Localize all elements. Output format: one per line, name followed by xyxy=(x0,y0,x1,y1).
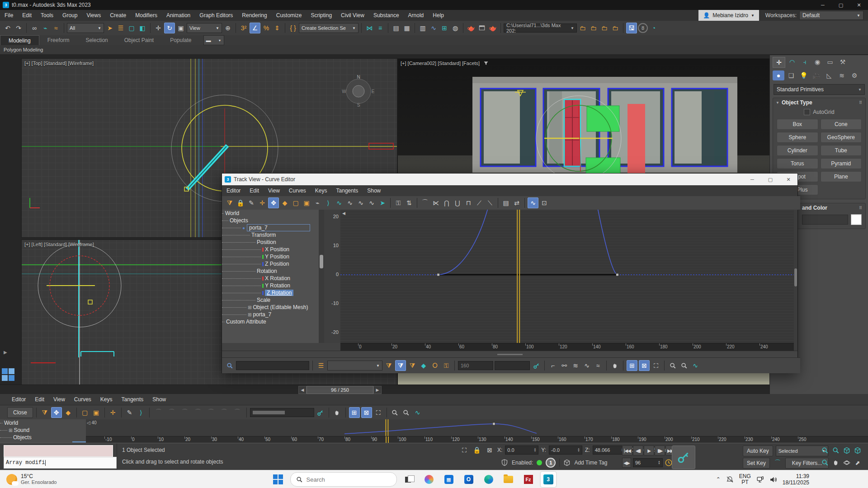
clock-widget[interactable]: 11:39 18/11/2025 xyxy=(783,473,809,486)
autogrid-checkbox[interactable] xyxy=(804,109,810,115)
track-item-porta-7[interactable]: ⊞porta_7 xyxy=(222,311,319,318)
close-icon[interactable]: ✕ xyxy=(779,174,797,184)
zoom-time-icon[interactable] xyxy=(679,361,689,371)
weather-widget[interactable]: 15°C Ger. Ensolarado xyxy=(6,474,57,485)
account-menu[interactable]: 👤 Mebiane Izidro ▼ xyxy=(698,10,759,21)
buffer-curves-icon[interactable]: ▤ xyxy=(501,198,511,208)
menu-scripting[interactable]: Scripting xyxy=(306,10,336,21)
set-keys-button[interactable] xyxy=(672,446,695,469)
simplify-curve-icon[interactable]: ⟩ xyxy=(136,408,146,418)
add-keys-icon[interactable]: ✛ xyxy=(108,408,118,418)
maxscript-listener-entry[interactable]: Array modifi xyxy=(4,457,117,469)
category-systems[interactable]: ⚙ xyxy=(849,70,860,80)
menu-civil-view[interactable]: Civil View xyxy=(336,10,369,21)
menu-graph-editors[interactable]: Graph Editors xyxy=(195,10,237,21)
ribbon-tab-freeform[interactable]: Freeform xyxy=(39,35,78,45)
taskbar-app-store[interactable]: ▦ xyxy=(441,472,457,487)
parameter-wire-icon[interactable]: ⚿ xyxy=(393,198,403,208)
draw-curves-icon[interactable]: ✎ xyxy=(246,198,256,208)
key-value-field[interactable] xyxy=(495,361,530,370)
select-by-name-icon[interactable]: ☰ xyxy=(116,23,126,33)
go-to-start-button[interactable]: |◀◀ xyxy=(622,446,632,455)
menu-rendering[interactable]: Rendering xyxy=(237,10,271,21)
reference-coordinate-dropdown[interactable]: View▼ xyxy=(187,23,222,33)
tangent-auto-icon[interactable]: ⌒ xyxy=(420,198,430,208)
align-icon[interactable]: ≡ xyxy=(375,23,385,33)
curve-plot-area[interactable]: ◀ xyxy=(340,210,794,343)
pan-hand-icon[interactable] xyxy=(610,361,620,371)
zoom-region-icon[interactable] xyxy=(820,458,830,468)
track-item-objects[interactable]: Objects xyxy=(222,217,319,224)
add-time-tag[interactable]: Add Time Tag xyxy=(574,460,607,466)
angle-snap-icon[interactable]: ∠ xyxy=(250,23,260,33)
tangent-smooth-icon[interactable]: ⌒ xyxy=(231,408,243,418)
select-by-track-icon[interactable]: ☰ xyxy=(316,361,326,371)
zoom-icon[interactable] xyxy=(390,408,400,418)
zoom-icon[interactable] xyxy=(820,446,830,455)
orbit-icon[interactable] xyxy=(842,458,852,468)
tangent-step-icon[interactable]: ⌒ xyxy=(205,408,217,418)
isolate-curve-icon[interactable]: ∿ xyxy=(367,198,377,208)
menu-file[interactable]: File xyxy=(0,10,18,21)
tangent-slow-icon[interactable]: ⋃ xyxy=(453,198,462,208)
track-item-custom-attribute[interactable]: Custom Attribute xyxy=(222,318,319,325)
mirror-icon[interactable]: ⋈ xyxy=(364,23,374,33)
menu-edit[interactable]: Edit xyxy=(18,10,36,21)
region-tool-icon[interactable]: ∿ xyxy=(356,198,366,208)
schematic-view-icon[interactable]: ⊞ xyxy=(439,23,449,33)
animation-key[interactable] xyxy=(492,422,495,425)
category-lights[interactable]: 💡 xyxy=(798,70,810,80)
scale-keys-icon[interactable]: ▢ xyxy=(291,198,301,208)
taskbar-app-filezilla[interactable]: Fz xyxy=(521,472,536,487)
maximize-button[interactable]: ▢ xyxy=(761,174,779,184)
retime-icon[interactable]: ⌁ xyxy=(312,198,322,208)
absolute-mode-icon[interactable]: ⊠ xyxy=(485,445,495,455)
track-item-transform[interactable]: Transform xyxy=(222,231,319,239)
play-button[interactable]: ▶ xyxy=(644,446,654,455)
category-geometry[interactable]: ● xyxy=(773,70,784,80)
maximize-button[interactable]: ▢ xyxy=(832,0,850,10)
prev-key-button[interactable]: ◀▮ xyxy=(633,446,643,455)
zoom-region-mode-icon[interactable]: ⛶ xyxy=(651,361,661,371)
dock-track-sound[interactable]: ⊞Sound xyxy=(0,427,86,434)
network-icon[interactable] xyxy=(756,476,764,483)
spinner-snap-icon[interactable]: ⇕ xyxy=(272,23,282,33)
zoom-region-icon[interactable] xyxy=(401,408,411,418)
tray-expand-icon[interactable]: ⌃ xyxy=(716,476,721,483)
track-set-dropdown[interactable]: ▼ xyxy=(327,361,382,371)
dock-menu-curves[interactable]: Curves xyxy=(70,394,96,405)
ribbon-overflow-dropdown[interactable]: ▬▼ xyxy=(203,35,224,45)
show-selected-ranges-icon[interactable]: ⌐ xyxy=(548,361,558,371)
menu-create[interactable]: Create xyxy=(105,10,131,21)
time-slider-thumb[interactable]: 96 / 250 xyxy=(307,386,373,394)
render-setup-icon[interactable]: 🫖 xyxy=(466,23,476,33)
object-color-swatch[interactable] xyxy=(851,214,862,225)
selection-filter-dropdown[interactable]: All▼ xyxy=(67,23,104,33)
named-selection-dropdown[interactable]: Create Selection Se▼ xyxy=(299,23,359,33)
category-helpers[interactable]: ◺ xyxy=(823,70,835,80)
object-name-field[interactable] xyxy=(802,215,848,225)
draw-curves-icon[interactable]: ✎ xyxy=(125,408,135,418)
maxscript-mini-listener[interactable] xyxy=(4,445,113,457)
collapse-arrow-icon[interactable]: ◀ xyxy=(342,211,345,216)
filter-selected-icon[interactable]: ⧩ xyxy=(384,361,394,371)
dock-menu-tangents[interactable]: Tangents xyxy=(117,394,148,405)
porta-7-door[interactable] xyxy=(564,99,580,166)
object-type-pyramid[interactable]: Pyramid xyxy=(821,158,862,169)
menu-arnold[interactable]: Arnold xyxy=(404,10,429,21)
add-keys-icon[interactable]: ✛ xyxy=(257,198,267,208)
z-coordinate-field[interactable]: 48.066▲▼ xyxy=(593,446,626,455)
isolate-curve-toggle-icon[interactable]: ∿ xyxy=(690,361,700,371)
filter-curves-icon[interactable]: ⧩ xyxy=(40,408,50,418)
object-type-plane[interactable]: Plane xyxy=(821,171,862,182)
zoom-icon[interactable] xyxy=(668,361,678,371)
object-type-cone[interactable]: Cone xyxy=(821,119,862,130)
filter-curves-icon[interactable]: ⧩ xyxy=(225,198,235,208)
dock-editor-curve[interactable]: ◁ 40 xyxy=(86,419,868,436)
menu-tools[interactable]: Tools xyxy=(36,10,58,21)
window-crossing-icon[interactable]: ◧ xyxy=(137,23,147,33)
tab-hierarchy[interactable]: ⫞ xyxy=(799,57,811,67)
tangent-fast-icon[interactable]: ⋂ xyxy=(442,198,452,208)
track-item-object-editable-mesh-[interactable]: ⊞Object (Editable Mesh) xyxy=(222,304,319,311)
language-switcher[interactable]: ENGPT xyxy=(739,474,751,485)
